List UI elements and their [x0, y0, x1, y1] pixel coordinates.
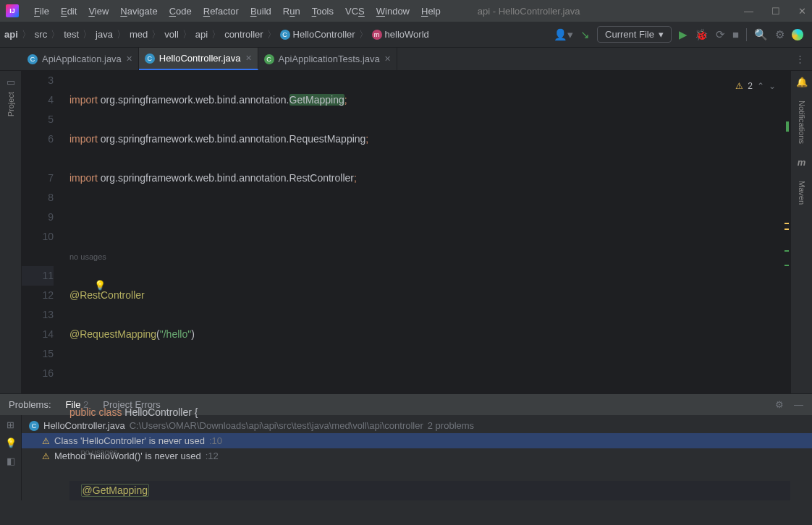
maven-icon[interactable]: m: [798, 157, 806, 168]
tab-label: ApiApplicationTests.java: [279, 54, 380, 64]
debug-icon[interactable]: 🐞: [695, 28, 709, 41]
line-numbers: 3 4 5 6 7 8 9 10 11 12 13 14 15 16: [22, 71, 64, 393]
tab-close-icon[interactable]: ✕: [245, 54, 252, 63]
window-title: api - HelloController.java: [478, 6, 580, 17]
menu-view[interactable]: View: [83, 4, 114, 19]
left-tool-stripe: ▭ Project: [0, 71, 22, 393]
tab-apiapplicationtests[interactable]: C ApiApplicationTests.java ✕: [258, 48, 397, 70]
folder-icon[interactable]: ▭: [7, 77, 15, 88]
search-icon[interactable]: 🔍: [754, 28, 768, 41]
layout-icon[interactable]: ◧: [7, 456, 15, 466]
menu-file[interactable]: File: [29, 4, 54, 19]
inspection-widget[interactable]: ⚠ 2 ⌃ ⌄: [735, 77, 776, 96]
menu-refactor[interactable]: Refactor: [198, 4, 244, 19]
class-icon: C: [29, 421, 39, 431]
bc-java[interactable]: java: [94, 29, 114, 40]
title-bar: IJ File Edit View Navigate Code Refactor…: [0, 0, 812, 22]
menu-vcs[interactable]: VCS: [340, 4, 370, 19]
intention-bulb-icon[interactable]: 💡: [94, 276, 106, 295]
navigation-bar: api〉 src〉 test〉 java〉 med〉 voll〉 api〉 co…: [0, 22, 812, 48]
bell-icon[interactable]: 🔔: [796, 77, 808, 88]
breadcrumbs[interactable]: api〉 src〉 test〉 java〉 med〉 voll〉 api〉 co…: [0, 28, 431, 41]
menu-tools[interactable]: Tools: [307, 4, 339, 19]
maximize-icon[interactable]: ☐: [771, 6, 780, 17]
user-icon[interactable]: 👤▾: [554, 28, 573, 41]
warning-icon: ⚠: [735, 77, 743, 96]
maven-tool-button[interactable]: Maven: [798, 181, 806, 205]
run-config-label: Current File: [605, 29, 654, 40]
menu-navigate[interactable]: Navigate: [115, 4, 162, 19]
error-stripe[interactable]: [784, 71, 790, 393]
run-icon[interactable]: ▶: [679, 28, 688, 41]
close-icon[interactable]: ✕: [798, 6, 806, 17]
problems-label: Problems:: [9, 399, 51, 410]
warning-icon: ⚠: [42, 436, 50, 446]
class-icon: C: [28, 54, 38, 64]
tab-close-icon[interactable]: ✕: [384, 54, 391, 64]
tab-hellocontroller[interactable]: C HelloController.java ✕: [139, 48, 258, 70]
menu-window[interactable]: Window: [371, 4, 415, 19]
run-config-dropdown[interactable]: Current File ▾: [597, 26, 672, 43]
menu-code[interactable]: Code: [164, 4, 197, 19]
bc-api2[interactable]: api: [194, 29, 209, 40]
menu-edit[interactable]: Edit: [56, 4, 82, 19]
main-menu: File Edit View Navigate Code Refactor Bu…: [29, 4, 446, 19]
toolbar-right: 👤▾ ↘ Current File ▾ ▶ 🐞 ⟳ ■ 🔍 ⚙: [554, 26, 809, 43]
editor-tabs: C ApiApplication.java ✕ C HelloControlle…: [0, 48, 812, 71]
hammer-build-icon[interactable]: ↘: [580, 28, 590, 41]
minimize-icon[interactable]: —: [744, 6, 753, 17]
window-controls: — ☐ ✕: [744, 6, 806, 17]
tab-apiapplication[interactable]: C ApiApplication.java ✕: [22, 48, 139, 70]
settings-icon[interactable]: ⚙: [775, 28, 784, 41]
tab-label: ApiApplication.java: [42, 54, 122, 64]
bc-method[interactable]: mhelloWorld: [371, 29, 431, 40]
tab-close-icon[interactable]: ✕: [126, 54, 132, 64]
coverage-icon[interactable]: ⟳: [716, 28, 725, 41]
intellij-logo-icon: IJ: [6, 4, 19, 17]
notifications-tool-button[interactable]: Notifications: [798, 101, 806, 144]
bc-test[interactable]: test: [62, 29, 80, 40]
chevron-down-icon[interactable]: ⌄: [769, 77, 776, 96]
project-tool-button[interactable]: Project: [7, 92, 15, 116]
tab-label: HelloController.java: [159, 53, 241, 64]
stop-icon[interactable]: ■: [732, 28, 739, 40]
class-icon: C: [145, 54, 155, 64]
bulb-icon[interactable]: 💡: [5, 438, 17, 448]
bc-voll[interactable]: voll: [163, 29, 180, 40]
chevron-up-icon[interactable]: ⌃: [757, 77, 764, 96]
bc-api[interactable]: api: [3, 29, 20, 40]
tabs-more-icon[interactable]: ⋮: [788, 48, 812, 70]
bc-class[interactable]: CHelloController: [279, 29, 357, 40]
expand-icon[interactable]: ⊞: [7, 419, 14, 430]
problems-sidebar: ⊞ 💡 ◧: [0, 415, 22, 500]
code-with-me-icon[interactable]: [792, 29, 803, 40]
menu-run[interactable]: Run: [278, 4, 305, 19]
code-content[interactable]: import org.springframework.web.bind.anno…: [64, 71, 790, 393]
right-tool-stripe: 🔔 Notifications m Maven: [790, 71, 812, 393]
test-class-icon: C: [264, 54, 274, 64]
bc-src[interactable]: src: [33, 29, 48, 40]
hide-icon[interactable]: —: [794, 399, 803, 410]
editor-area: ▭ Project 3 4 5 6 7 8 9 10 11 12 13 14 1…: [0, 71, 812, 393]
bc-med[interactable]: med: [128, 29, 149, 40]
warning-count: 2: [748, 77, 753, 96]
chevron-down-icon: ▾: [659, 29, 664, 40]
warning-icon: ⚠: [42, 451, 50, 461]
menu-help[interactable]: Help: [416, 4, 446, 19]
menu-build[interactable]: Build: [245, 4, 276, 19]
bc-controller[interactable]: controller: [223, 29, 264, 40]
code-editor[interactable]: 3 4 5 6 7 8 9 10 11 12 13 14 15 16 impor…: [22, 71, 790, 393]
